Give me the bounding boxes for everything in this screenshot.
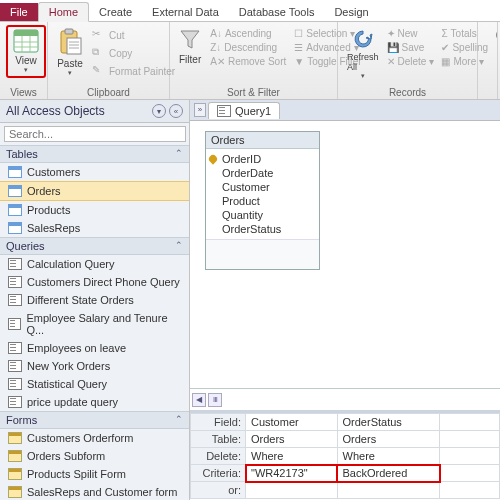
- grid-cell-or-0[interactable]: [246, 482, 338, 499]
- copy-icon: ⧉: [92, 46, 106, 60]
- nav-item-label: Employees on leave: [27, 342, 126, 354]
- nav-item-label: New York Orders: [27, 360, 110, 372]
- nav-item[interactable]: Employees on leave: [0, 339, 189, 357]
- nav-menu-icon[interactable]: ▾: [152, 104, 166, 118]
- group-sortfilter-label: Sort & Filter: [176, 85, 331, 98]
- grid-cell-field-1[interactable]: OrderStatus: [337, 414, 439, 431]
- query-design-grid[interactable]: Field: Customer OrderStatus Table: Order…: [190, 410, 500, 500]
- grid-cell-criteria-0[interactable]: "WR42173": [246, 465, 338, 482]
- field-item[interactable]: Customer: [206, 180, 319, 194]
- query-design-area: » Query1 Orders OrderIDOrderDateCustomer…: [190, 100, 500, 500]
- frmico-icon: [8, 432, 22, 444]
- svg-rect-1: [14, 30, 38, 36]
- tab-external-data[interactable]: External Data: [142, 3, 229, 21]
- paste-button[interactable]: Paste ▾: [54, 25, 86, 80]
- scroll-jump-icon[interactable]: Ⅲ: [208, 393, 222, 407]
- tab-database-tools[interactable]: Database Tools: [229, 3, 325, 21]
- nav-item[interactable]: New York Orders: [0, 357, 189, 375]
- cut-icon: ✂: [92, 28, 106, 42]
- grid-cell-table-1[interactable]: Orders: [337, 431, 439, 448]
- qryico-icon: [8, 342, 22, 354]
- chevron-down-icon: ▾: [361, 72, 365, 80]
- nav-item[interactable]: SalesReps and Customer form: [0, 483, 189, 500]
- delete-record-button[interactable]: ✕Delete▾: [385, 55, 437, 68]
- sort-asc-icon: A↓: [210, 28, 222, 39]
- grid-cell-or-1[interactable]: [337, 482, 439, 499]
- nav-item[interactable]: Customers: [0, 163, 189, 181]
- canvas-resize-bar[interactable]: ◀ Ⅲ: [190, 388, 500, 410]
- grid-cell-table-0[interactable]: Orders: [246, 431, 338, 448]
- grid-cell-delete-0[interactable]: Where: [246, 448, 338, 465]
- nav-item[interactable]: price update query: [0, 393, 189, 411]
- field-item[interactable]: Quantity: [206, 208, 319, 222]
- section-forms[interactable]: Forms⌃: [0, 411, 189, 429]
- tab-create[interactable]: Create: [89, 3, 142, 21]
- field-item[interactable]: Product: [206, 194, 319, 208]
- grid-cell-field-0[interactable]: Customer: [246, 414, 338, 431]
- format-painter-button[interactable]: ✎Format Painter: [90, 63, 177, 79]
- cut-button[interactable]: ✂Cut: [90, 27, 177, 43]
- frmico-icon: [8, 450, 22, 462]
- tab-file[interactable]: File: [0, 3, 38, 21]
- table-field-list[interactable]: Orders OrderIDOrderDateCustomerProductQu…: [205, 131, 320, 270]
- copy-button[interactable]: ⧉Copy: [90, 45, 177, 61]
- brush-icon: ✎: [92, 64, 106, 78]
- qryico-icon: [8, 360, 22, 372]
- row-criteria-label: Criteria:: [191, 465, 246, 482]
- query-canvas[interactable]: Orders OrderIDOrderDateCustomerProductQu…: [190, 120, 500, 410]
- remove-sort-button[interactable]: A✕Remove Sort: [208, 55, 288, 68]
- nav-item[interactable]: Employee Salary and Tenure Q...: [0, 309, 189, 339]
- new-record-button[interactable]: ✦New: [385, 27, 437, 40]
- menu-tabs: File Home Create External Data Database …: [0, 0, 500, 22]
- tblico-icon: [8, 166, 22, 178]
- nav-item[interactable]: Customers Direct Phone Query: [0, 273, 189, 291]
- nav-expand-icon[interactable]: »: [194, 103, 206, 117]
- search-input[interactable]: [4, 126, 186, 142]
- nav-item-label: Customers Orderform: [27, 432, 133, 444]
- qryico-icon: [8, 258, 22, 270]
- tblico-icon: [8, 222, 22, 234]
- field-item[interactable]: OrderDate: [206, 166, 319, 180]
- section-tables[interactable]: Tables⌃: [0, 145, 189, 163]
- find-button[interactable]: Fi: [484, 25, 498, 62]
- paste-icon: [57, 28, 83, 56]
- nav-item[interactable]: Calculation Query: [0, 255, 189, 273]
- chevron-down-icon: ▾: [68, 69, 72, 77]
- nav-item[interactable]: Different State Orders: [0, 291, 189, 309]
- nav-item[interactable]: Orders Subform: [0, 447, 189, 465]
- nav-header[interactable]: All Access Objects ▾ «: [0, 100, 189, 123]
- filter-label: Filter: [179, 54, 201, 65]
- view-label: View: [15, 55, 37, 66]
- nav-item[interactable]: Orders: [0, 181, 189, 201]
- nav-item[interactable]: Customers Orderform: [0, 429, 189, 447]
- scroll-left-icon[interactable]: ◀: [192, 393, 206, 407]
- filter-button[interactable]: Filter: [176, 25, 204, 68]
- field-item[interactable]: OrderID: [206, 152, 319, 166]
- nav-collapse-icon[interactable]: «: [169, 104, 183, 118]
- group-views-label: Views: [6, 85, 41, 98]
- view-button[interactable]: View ▾: [6, 25, 46, 78]
- grid-cell-empty[interactable]: [440, 414, 500, 431]
- query-icon: [217, 105, 231, 117]
- refresh-all-button[interactable]: Refresh All ▾: [344, 25, 382, 83]
- new-icon: ✦: [387, 28, 395, 39]
- save-record-button[interactable]: 💾Save: [385, 41, 437, 54]
- tab-home[interactable]: Home: [38, 2, 89, 22]
- tab-design[interactable]: Design: [324, 3, 378, 21]
- section-queries[interactable]: Queries⌃: [0, 237, 189, 255]
- nav-item[interactable]: Products Spilit Form: [0, 465, 189, 483]
- sort-desc-button[interactable]: Z↓Descending: [208, 41, 288, 54]
- object-tab-label: Query1: [235, 105, 271, 117]
- nav-item[interactable]: Products: [0, 201, 189, 219]
- grid-cell-delete-1[interactable]: Where: [337, 448, 439, 465]
- grid-cell-criteria-1[interactable]: BackOrdered: [337, 465, 439, 482]
- field-item[interactable]: OrderStatus: [206, 222, 319, 236]
- object-tab-query1[interactable]: Query1: [208, 102, 280, 119]
- nav-item[interactable]: SalesReps: [0, 219, 189, 237]
- nav-item[interactable]: Statistical Query: [0, 375, 189, 393]
- svg-rect-8: [67, 38, 81, 54]
- row-table-label: Table:: [191, 431, 246, 448]
- sort-asc-button[interactable]: A↓Ascending: [208, 27, 288, 40]
- advanced-icon: ☰: [294, 42, 303, 53]
- qryico-icon: [8, 396, 22, 408]
